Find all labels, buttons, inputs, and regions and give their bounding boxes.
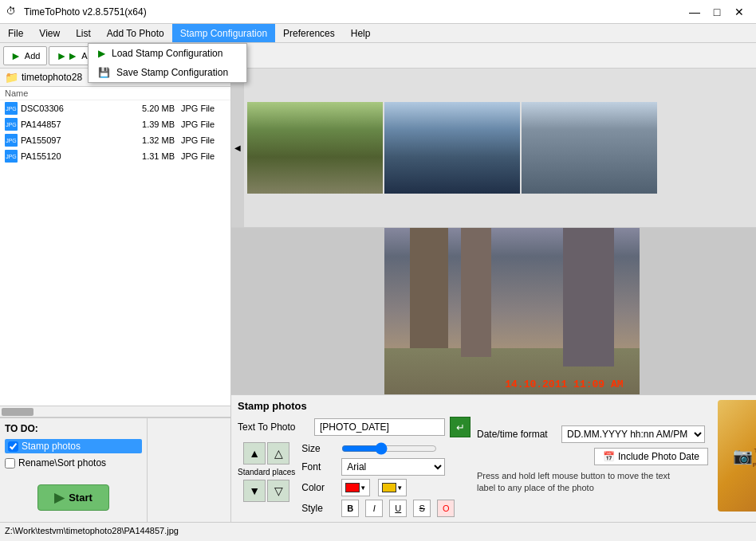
file-size: 1.39 MB	[131, 120, 175, 129]
color-swatch	[345, 483, 360, 492]
add-icon: ►	[10, 49, 22, 62]
preview-area[interactable]: 14.10.2011 11:09 AM	[231, 228, 756, 394]
main-layout: 📁 timetophoto28 Name JPG DSC03306 5.20 M…	[0, 69, 756, 522]
file-icon: JPG	[5, 134, 18, 147]
photo-strip-inner	[244, 99, 756, 197]
date-format-select[interactable]: DD.MM.YYYY hh:nn AM/PM MM/DD/YYYY hh:nn …	[561, 425, 705, 443]
italic-btn[interactable]: I	[365, 500, 383, 517]
underline-btn[interactable]: U	[389, 500, 407, 517]
file-type: JPG File	[178, 135, 226, 145]
maximize-button[interactable]: □	[707, 4, 727, 20]
file-icon: JPG	[5, 102, 18, 115]
color-picker-btn[interactable]: ▼	[341, 479, 370, 496]
todo-panel: TO DO: Stamp photos Rename\Sort photos ▶…	[0, 418, 148, 522]
file-list-header: Name	[0, 87, 230, 100]
menu-list[interactable]: List	[68, 24, 99, 42]
file-row[interactable]: JPG PA155097 1.32 MB JPG File	[0, 132, 230, 148]
color-dropdown-icon: ▼	[360, 484, 366, 492]
dropdown-menu: ▶ Load Stamp Configuration 💾 Save Stamp …	[88, 43, 247, 83]
big-preview: 14.10.2011 11:09 AM	[384, 228, 640, 394]
close-button[interactable]: ✕	[729, 4, 750, 20]
timestamp-overlay: 14.10.2011 11:09 AM	[505, 378, 623, 390]
menu-add-to-photo[interactable]: Add To Photo	[99, 24, 172, 42]
file-name: PA155097	[21, 135, 128, 145]
photo-strip: ◀ ▶	[231, 69, 756, 228]
font-row: Font Arial Times New Roman Courier New	[301, 458, 455, 476]
fill-swatch	[382, 483, 396, 492]
fill-dropdown-icon: ▼	[396, 484, 403, 492]
standard-places-label: Standard places	[238, 468, 295, 476]
file-row[interactable]: JPG PA144857 1.39 MB JPG File	[0, 116, 230, 132]
file-size: 1.31 MB	[131, 151, 175, 161]
rename-sort-label: Rename\Sort photos	[18, 457, 106, 468]
save-icon: 💾	[98, 67, 110, 78]
stamp-photos-checkbox[interactable]	[8, 441, 18, 452]
up-arrow-row: ▲ △	[243, 442, 289, 465]
strip-scroll-left[interactable]: ◀	[231, 69, 244, 227]
size-slider[interactable]	[341, 442, 437, 455]
color-label: Color	[301, 482, 335, 493]
file-icon: JPG	[5, 150, 18, 163]
photo-thumb-1[interactable]	[247, 102, 383, 194]
calendar-icon: 📅	[603, 451, 615, 462]
menu-file[interactable]: File	[0, 24, 31, 42]
add-button[interactable]: ► Add	[3, 46, 47, 65]
file-row[interactable]: JPG DSC03306 5.20 MB JPG File	[0, 100, 230, 116]
up-left-arrow-btn[interactable]: ▲	[243, 442, 266, 465]
add-all-icon: ►►	[56, 49, 78, 62]
bold-btn[interactable]: B	[341, 500, 359, 517]
file-name: DSC03306	[21, 104, 128, 113]
status-path: Z:\Work\testvm\timetophoto28\PA144857.jp…	[5, 526, 179, 535]
file-icon: JPG	[5, 118, 18, 131]
down-left-arrow-btn[interactable]: ▼	[243, 480, 266, 502]
font-select[interactable]: Arial Times New Roman Courier New	[341, 458, 445, 476]
save-stamp-config-item[interactable]: 💾 Save Stamp Configuration	[89, 63, 246, 82]
load-stamp-config-item[interactable]: ▶ Load Stamp Configuration	[89, 44, 246, 63]
file-name: PA144857	[21, 120, 128, 129]
up-right-arrow-btn[interactable]: △	[267, 442, 289, 465]
include-date-container: 📅 Include Photo Date	[477, 448, 708, 465]
menu-help[interactable]: Help	[343, 24, 379, 42]
style-label: Style	[301, 503, 335, 514]
stamp-section-title: Stamp photos	[238, 400, 471, 412]
fill-color-btn[interactable]: ▼	[378, 479, 407, 496]
todo-stamp-photos[interactable]: Stamp photos	[5, 439, 142, 453]
text-to-photo-confirm-btn[interactable]: ↵	[450, 417, 471, 437]
file-row[interactable]: JPG PA155120 1.31 MB JPG File	[0, 148, 230, 164]
arrow-controls: ▲ △ Standard places ▼ ▽	[238, 442, 295, 517]
menu-view[interactable]: View	[31, 24, 68, 42]
start-icon: ▶	[54, 490, 64, 505]
title-bar-text: TimeToPhoto v2.8.5751(x64)	[24, 6, 684, 18]
start-button[interactable]: ▶ Start	[37, 484, 109, 511]
minimize-button[interactable]: —	[684, 4, 705, 20]
todo-rename-sort[interactable]: Rename\Sort photos	[5, 456, 142, 470]
text-to-photo-row: Text To Photo ↵	[238, 417, 471, 437]
todo-title: TO DO:	[5, 423, 142, 434]
date-format-label: Date/time format	[477, 429, 557, 440]
status-bar: Z:\Work\testvm\timetophoto28\PA144857.jp…	[0, 522, 756, 538]
menu-preferences[interactable]: Preferences	[275, 24, 343, 42]
down-right-arrow-btn[interactable]: ▽	[267, 480, 289, 502]
controls-area: ▲ △ Standard places ▼ ▽ Size	[238, 442, 471, 517]
outline-btn[interactable]: O	[437, 500, 455, 517]
text-to-photo-input[interactable]	[314, 418, 445, 436]
horizontal-scrollbar[interactable]	[0, 406, 230, 417]
file-type: JPG File	[178, 151, 226, 161]
photo-thumb-3[interactable]	[522, 102, 657, 194]
strikethrough-btn[interactable]: S	[413, 500, 431, 517]
date-format-row: Date/time format DD.MM.YYYY hh:nn AM/PM …	[477, 425, 708, 443]
rename-sort-checkbox[interactable]	[5, 458, 15, 468]
file-type: JPG File	[178, 120, 226, 129]
file-size: 1.32 MB	[131, 135, 175, 145]
title-bar-controls: — □ ✕	[684, 4, 750, 20]
hint-text: Press and hold left mouse button to move…	[477, 470, 684, 495]
size-row: Size	[301, 442, 455, 455]
photo-thumb-2[interactable]	[384, 102, 520, 194]
menu-bar: File View List Add To Photo Stamp Config…	[0, 24, 756, 43]
stamp-photos-label: Stamp photos	[22, 441, 81, 452]
menu-stamp-config[interactable]: Stamp Configuration	[172, 24, 275, 42]
font-label: Font	[301, 461, 335, 472]
sfcs-controls: Size Font Arial Times New Roman Courier …	[301, 442, 455, 517]
include-date-button[interactable]: 📅 Include Photo Date	[594, 448, 708, 465]
file-list[interactable]: JPG DSC03306 5.20 MB JPG File JPG PA1448…	[0, 100, 230, 406]
